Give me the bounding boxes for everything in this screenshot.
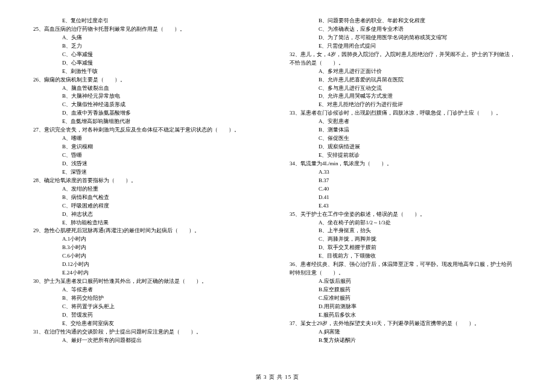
q32-a: A、多对患儿进行正面计价 (290, 68, 522, 76)
q34-stem: 34、氧流量为4L/min，氧浓度为（ ）。 (290, 160, 522, 168)
q34-a: A.33 (290, 168, 522, 177)
q34-c: C.40 (290, 185, 522, 194)
q36-d: D.用药前测脉率 (290, 303, 522, 311)
q36-b: B.应空腹服药 (290, 286, 522, 294)
q33-b: B、测量体温 (290, 126, 522, 134)
q27-a: A、嗜睡 (33, 134, 265, 143)
q26-d: D、血液中芳香族氨基酸增多 (33, 109, 265, 118)
q31-a: A、最好一次把所有的问题都提出 (33, 337, 265, 345)
q31-c: C、为准确表达，应多使用专业术语 (290, 25, 522, 34)
q27-c: C、昏睡 (33, 151, 265, 160)
q31-b: B、问题要符合患者的职业、年龄和文化程度 (290, 17, 522, 25)
q28-a: A、发绀的轻重 (33, 185, 265, 194)
q37-stem: 37、某女士29岁，去外地探望丈夫10天，下列避孕药最适宜携带的是（ ）。 (290, 320, 522, 328)
q34-e: E.43 (290, 202, 522, 210)
q35-e: E、目视前方，下颌微收 (290, 252, 522, 261)
q30-stem: 30、护士为某患者发口服药时恰逢其外出，此时正确的做法是（ ）。 (33, 277, 265, 286)
q25-stem: 25、高血压病的治疗药物卡托普利最常见的副作用是（ ）。 (33, 25, 265, 34)
q25-e: E、刺激性干咳 (33, 68, 265, 76)
q32-b: B、允许患儿把喜爱的玩具留在医院 (290, 76, 522, 84)
q26-stem: 26、癫痫的发病机制主要是（ ）。 (33, 76, 265, 84)
q36-e: E.服药后多饮水 (290, 311, 522, 320)
q25-b: B、乏力 (33, 42, 265, 51)
page-footer: 第 3 页 共 15 页 (0, 373, 555, 381)
q25-a: A、头痛 (33, 34, 265, 42)
q37-b: B.复方炔诺酮片 (290, 337, 522, 345)
q29-d: D.12小时内 (33, 261, 265, 269)
right-column: B、问题要符合患者的职业、年龄和文化程度 C、为准确表达，应多使用专业术语 D、… (290, 17, 522, 345)
q29-stem: 29、急性心肌梗死后冠脉再通(再灌注)的最佳时间为起病后（ ）。 (33, 227, 265, 235)
q37-a: A.妈富隆 (290, 328, 522, 337)
q33-e: E、安排提前就诊 (290, 151, 522, 160)
q26-b: B、大脑神经元异常放电 (33, 92, 265, 101)
q29-a: A.1小时内 (33, 235, 265, 244)
q27-e: E、深昏迷 (33, 168, 265, 177)
q33-stem: 33、某患者在门诊候诊时，出现剧烈腹痛，四肢冰凉，呼吸急促，门诊护士应（ ）。 (290, 109, 522, 118)
q26-e: E、血氨增高影响脑细胞代谢 (33, 118, 265, 126)
q27-b: B、意识模糊 (33, 143, 265, 151)
q26-a: A、脑血管破裂出血 (33, 84, 265, 93)
q36-stem: 36、患者经抗炎、利尿、强心治疗后，体温降至正常，可平卧。现改用地高辛口服，护士… (290, 261, 522, 269)
q31-stem: 31、在治疗性沟通的交谈阶段，护士提出问题时应注意的是（ ）。 (33, 328, 265, 337)
q30-d: D、暂缓发药 (33, 311, 265, 320)
q30-e: E、交给患者同室病友 (33, 320, 265, 328)
q34-d: D.41 (290, 194, 522, 202)
q30-c: C、将药置于床头柜上 (33, 303, 265, 311)
q35-a: A、坐在椅子的前部1/2～1/3处 (290, 219, 522, 227)
q29-b: B.3小时内 (33, 244, 265, 252)
q26-c: C、大脑假性神经递质形成 (33, 101, 265, 109)
q25-c: C、心率减慢 (33, 51, 265, 59)
q32-c: C、多与患儿进行互动交流 (290, 84, 522, 93)
q35-stem: 35、关于护士在工作中坐姿的叙述，错误的是（ ）。 (290, 210, 522, 219)
q33-a: A、安慰患者 (290, 118, 522, 126)
q30-a: A、等候患者 (33, 286, 265, 294)
q36-c: C.应准时服药 (290, 294, 522, 303)
q27-stem: 27、意识完全丧失，对各种刺激均无反应及生命体征不稳定属于意识状态的（ ）。 (33, 126, 265, 134)
q25-d: D、心率减慢 (33, 59, 265, 68)
q36-stem2: 时特别注意（ ）。 (290, 269, 522, 277)
q33-d: D、观察病情进展 (290, 143, 522, 151)
q28-b: B、病情和血气检查 (33, 194, 265, 202)
q29-e: E.24小时内 (33, 269, 265, 277)
q32-e: E、对患儿拒绝治疗的行为进行批评 (290, 101, 522, 109)
q29-c: C.6小时内 (33, 252, 265, 261)
q32-stem2: 不恰当的是（ ）。 (290, 59, 522, 68)
q32-stem: 32、患儿，女，4岁，因肺炎入院治疗。入院时患儿拒绝治疗，并哭闹不止。护士的下列… (290, 51, 522, 59)
q28-c: C、呼吸困难的程度 (33, 202, 265, 210)
q31-e: E、只需使用闭合式提问 (290, 42, 522, 51)
q28-stem: 28、确定给氧浓度的首要指标为（ ）。 (33, 177, 265, 185)
q30-b: B、将药交给陪护 (33, 294, 265, 303)
q35-b: B、上半身挺直，抬头 (290, 227, 522, 235)
left-column: E、复位时过度牵引 25、高血压病的治疗药物卡托普利最常见的副作用是（ ）。 A… (33, 17, 265, 345)
q28-d: D、神志状态 (33, 210, 265, 219)
q34-b: B.37 (290, 177, 522, 185)
q27-d: D、浅昏迷 (33, 160, 265, 168)
q33-c: C、催促医生 (290, 134, 522, 143)
q32-d: D、允许患儿用哭喊等方式发泄 (290, 92, 522, 101)
q35-d: D、双手交叉相握于腹前 (290, 244, 522, 252)
q35-c: C、两膝并拢，两脚并拢 (290, 235, 522, 244)
q31-d: D、为了简洁，尽可能使用医学名词的简称或英文缩写 (290, 34, 522, 42)
q28-e: E、肺功能检查结果 (33, 219, 265, 227)
q36-a: A.应饭后服药 (290, 277, 522, 286)
q24-opt-e: E、复位时过度牵引 (33, 17, 265, 25)
